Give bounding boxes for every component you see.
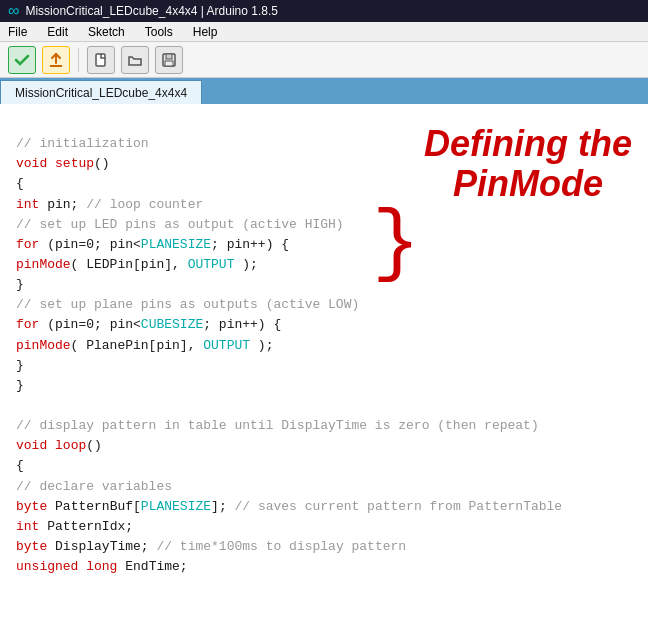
menu-help[interactable]: Help	[189, 25, 222, 39]
code-line-23: unsigned long EndTime;	[16, 557, 632, 577]
toolbar-separator	[78, 48, 79, 72]
code-line-13: }	[16, 356, 632, 376]
verify-button[interactable]	[8, 46, 36, 74]
upload-button[interactable]	[42, 46, 70, 74]
code-line-10: // set up plane pins as outputs (active …	[16, 295, 632, 315]
menu-sketch[interactable]: Sketch	[84, 25, 129, 39]
title-bar: ∞ MissionCritical_LEDcube_4x4x4 | Arduin…	[0, 0, 648, 22]
code-line-16: // display pattern in table until Displa…	[16, 416, 632, 436]
new-button[interactable]	[87, 46, 115, 74]
save-icon	[161, 52, 177, 68]
svg-rect-3	[166, 54, 172, 59]
upload-icon	[48, 52, 64, 68]
code-line-17: void loop()	[16, 436, 632, 456]
code-line-18: {	[16, 456, 632, 476]
menu-bar: File Edit Sketch Tools Help	[0, 22, 648, 42]
code-line-11: for (pin=0; pin<CUBESIZE; pin++) {	[16, 315, 632, 335]
save-button[interactable]	[155, 46, 183, 74]
code-line-15	[16, 396, 632, 416]
open-button[interactable]	[121, 46, 149, 74]
menu-tools[interactable]: Tools	[141, 25, 177, 39]
code-line-21: int PatternIdx;	[16, 517, 632, 537]
editor-tab[interactable]: MissionCritical_LEDcube_4x4x4	[0, 80, 202, 104]
code-editor: // initialization void setup() { int pin…	[0, 104, 648, 621]
window-title: MissionCritical_LEDcube_4x4x4 | Arduino …	[25, 4, 278, 18]
menu-file[interactable]: File	[4, 25, 31, 39]
code-line-22: byte DisplayTime; // time*100ms to displ…	[16, 537, 632, 557]
checkmark-icon	[14, 52, 30, 68]
code-line-20: byte PatternBuf[PLANESIZE]; // saves cur…	[16, 497, 632, 517]
brace-annotation: }	[372, 204, 420, 284]
defining-pinmode-annotation: Defining the PinMode	[418, 124, 638, 203]
code-line-7: for (pin=0; pin<PLANESIZE; pin++) {	[16, 235, 632, 255]
code-line-19: // declare variables	[16, 477, 632, 497]
code-line-6: // set up LED pins as output (active HIG…	[16, 215, 632, 235]
code-line-9: }	[16, 275, 632, 295]
app-icon: ∞	[8, 2, 19, 20]
new-file-icon	[93, 52, 109, 68]
open-folder-icon	[127, 52, 143, 68]
tab-bar: MissionCritical_LEDcube_4x4x4	[0, 78, 648, 104]
code-line-14: }	[16, 376, 632, 396]
code-line-12: pinMode( PlanePin[pin], OUTPUT );	[16, 336, 632, 356]
menu-edit[interactable]: Edit	[43, 25, 72, 39]
toolbar	[0, 42, 648, 78]
svg-rect-4	[165, 61, 173, 66]
code-line-8: pinMode( LEDPin[pin], OUTPUT );	[16, 255, 632, 275]
